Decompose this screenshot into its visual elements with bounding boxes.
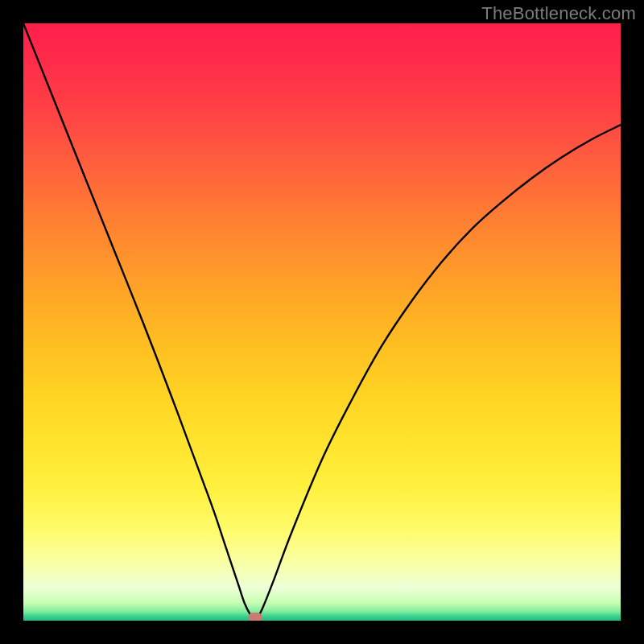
curve-path bbox=[23, 23, 621, 621]
bottleneck-curve bbox=[23, 23, 621, 621]
plot-area bbox=[23, 23, 621, 621]
watermark-text: TheBottleneck.com bbox=[481, 3, 636, 24]
optimal-point-marker bbox=[248, 613, 262, 621]
chart-viewport: TheBottleneck.com bbox=[0, 0, 644, 644]
